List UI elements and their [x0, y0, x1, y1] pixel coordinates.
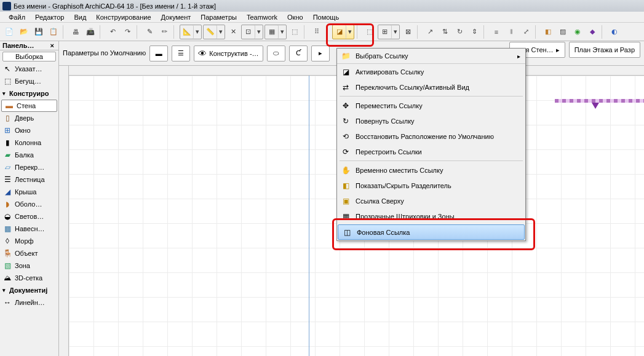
align-icon[interactable]: ≡	[490, 25, 503, 39]
dd-rebuild[interactable]: ⟳Перестроить Ссылки	[337, 144, 525, 159]
close-panel-icon[interactable]: ×	[49, 42, 56, 49]
tool-light[interactable]: ◒Светов…	[0, 210, 58, 223]
marquee3d-icon[interactable]: ▨	[556, 25, 570, 39]
dd-select-reference[interactable]: 📁 Выбрать Ссылку ▸	[337, 49, 525, 64]
layer-button[interactable]: ☰	[172, 45, 190, 61]
dd-move[interactable]: ✥Переместить Ссылку	[337, 98, 525, 113]
tool-column[interactable]: ▮Колонна	[0, 136, 58, 149]
print-icon[interactable]: 🖶	[69, 25, 82, 39]
pick-icon[interactable]: ✎	[143, 25, 156, 39]
window-title: Без имени - Graphisoft ArchiCAD-64 18 - …	[14, 2, 216, 10]
dd-reset[interactable]: ⟲Восстановить Расположение по Умолчанию	[337, 129, 525, 144]
separator	[417, 25, 421, 39]
trace-triangle-icon	[592, 103, 599, 109]
section-document[interactable]: Документиј	[0, 284, 58, 296]
pointer-icon: ↖	[2, 65, 12, 73]
distribute-icon[interactable]: ⫴	[504, 25, 518, 39]
menu-document[interactable]: Документ	[156, 12, 196, 22]
snap-group[interactable]: ⊡▾	[241, 25, 263, 39]
tool-wall[interactable]: ▬Стена	[1, 100, 57, 112]
dots-icon[interactable]: ⠿	[310, 25, 324, 39]
menu-help[interactable]: Помощь	[308, 12, 344, 22]
grid-group[interactable]: ▦▾	[264, 25, 287, 39]
menu-edit[interactable]: Редактор	[30, 12, 69, 22]
separator	[63, 25, 66, 39]
open-icon[interactable]: 📂	[17, 25, 31, 39]
tool-roof[interactable]: ◢Крыша	[0, 186, 58, 198]
plotter-icon[interactable]: 📠	[84, 25, 97, 39]
dd-activate[interactable]: ◪Активировать Ссылку	[337, 64, 525, 79]
redo-icon[interactable]: ↷	[121, 25, 134, 39]
undo-icon[interactable]: ↶	[106, 25, 119, 39]
tool-stair[interactable]: ☰Лестница	[0, 173, 58, 186]
geometry-button[interactable]: ⬭	[267, 45, 285, 61]
render-icon[interactable]: ◐	[608, 25, 621, 39]
drag-icon: ✋	[341, 165, 351, 175]
dd-drag[interactable]: ✋Временно сместить Ссылку	[337, 162, 525, 178]
explore-icon[interactable]: ◆	[586, 25, 599, 39]
elevate-icon[interactable]: ⇕	[467, 25, 481, 39]
show3d-icon[interactable]: ◧	[541, 25, 555, 39]
tool-morph[interactable]: ◊Морф	[0, 235, 58, 247]
morph-icon: ◊	[2, 237, 12, 245]
tool-slab[interactable]: ▱Перекр…	[0, 161, 58, 173]
menu-teamwork[interactable]: Teamwork	[242, 12, 282, 22]
mirror-icon[interactable]: ⇅	[438, 25, 451, 39]
ref-button[interactable]: ▸	[311, 45, 330, 61]
activate-icon: ◪	[341, 67, 351, 77]
menu-view[interactable]: Вид	[69, 12, 91, 22]
main-toolbar: 📄 📂 💾 📋 🖶 📠 ↶ ↷ ✎ ✏ 📐▾ 📏▾ ✕ ⊡▾ ▦▾ ⬚ ⠿ ◪▾…	[0, 23, 644, 41]
new-icon[interactable]: 📄	[2, 25, 16, 39]
tool-mesh[interactable]: ⛰3D-сетка	[0, 272, 58, 284]
menu-file[interactable]: Файл	[4, 12, 30, 22]
ungroup-icon[interactable]: ⊠	[401, 25, 415, 39]
profile-button[interactable]: Ƈ	[289, 45, 308, 61]
tool-marquee[interactable]: ⬚Бегущ…	[0, 75, 58, 87]
group-group[interactable]: ⊞▾	[378, 25, 400, 39]
measure-group[interactable]: 📐▾	[180, 25, 202, 39]
suspend-icon[interactable]: ⬚	[363, 25, 376, 39]
plan-nav-button[interactable]: План Этажа и Разр	[569, 42, 640, 58]
trace-group[interactable]: ◪▾	[332, 25, 354, 39]
defaults-icon-button[interactable]: ▬	[149, 45, 168, 61]
wall-icon: ▬	[4, 101, 14, 110]
rotate-icon: ↻	[341, 116, 351, 126]
inject-icon[interactable]: ✏	[157, 25, 171, 39]
edit-icon[interactable]: ↗	[423, 25, 437, 39]
tool-beam[interactable]: ▰Балка	[0, 149, 58, 161]
tool-linear[interactable]: ↔Линейн…	[0, 296, 58, 309]
view-mode-button[interactable]: 👁Конструктив -…	[194, 45, 263, 61]
ruler-group[interactable]: 📏▾	[203, 25, 225, 39]
selection-button[interactable]: Выборка	[2, 52, 56, 61]
rotate-icon[interactable]: ↻	[453, 25, 466, 39]
orbit-icon[interactable]: ◉	[571, 25, 584, 39]
menu-design[interactable]: Конструирование	[91, 12, 156, 22]
background-icon: ◫	[342, 227, 352, 237]
gravity-icon[interactable]: ⬚	[288, 25, 301, 39]
tool-pointer[interactable]: ↖Указат…	[0, 63, 58, 75]
separator	[357, 25, 360, 39]
shell-icon: ◗	[2, 200, 12, 208]
tool-zone[interactable]: ▧Зона	[0, 259, 58, 272]
dd-switch[interactable]: ⇄Переключить Ссылку/Активный Вид	[337, 79, 525, 95]
tool-door[interactable]: ▯Дверь	[0, 112, 58, 124]
angle-icon[interactable]: ✕	[226, 25, 240, 39]
switch-icon: ⇄	[341, 82, 351, 92]
dd-background[interactable]: ◫Фоновая Ссылка	[338, 224, 525, 240]
dd-transparent[interactable]: ▦Прозрачные Штриховки и Зоны	[337, 208, 525, 224]
separator	[483, 25, 487, 39]
save-icon[interactable]: 💾	[32, 25, 46, 39]
plot-icon[interactable]: 📋	[47, 25, 60, 39]
menu-options[interactable]: Параметры	[196, 12, 242, 22]
menu-window[interactable]: Окно	[282, 12, 308, 22]
dd-ontop[interactable]: ▣Ссылка Сверху	[337, 193, 525, 208]
tool-window[interactable]: ⊞Окно	[0, 124, 58, 136]
tool-object[interactable]: 🪑Объект	[0, 247, 58, 259]
dd-rotate[interactable]: ↻Повернуть Ссылку	[337, 113, 525, 129]
tool-curtain[interactable]: ▦Навесн…	[0, 223, 58, 235]
marquee-icon: ⬚	[2, 77, 12, 85]
section-construct[interactable]: Конструиро	[0, 87, 58, 100]
resize-icon[interactable]: ⤢	[519, 25, 533, 39]
dd-splitter[interactable]: ◧Показать/Скрыть Разделитель	[337, 178, 525, 193]
tool-shell[interactable]: ◗Оболо…	[0, 198, 58, 210]
